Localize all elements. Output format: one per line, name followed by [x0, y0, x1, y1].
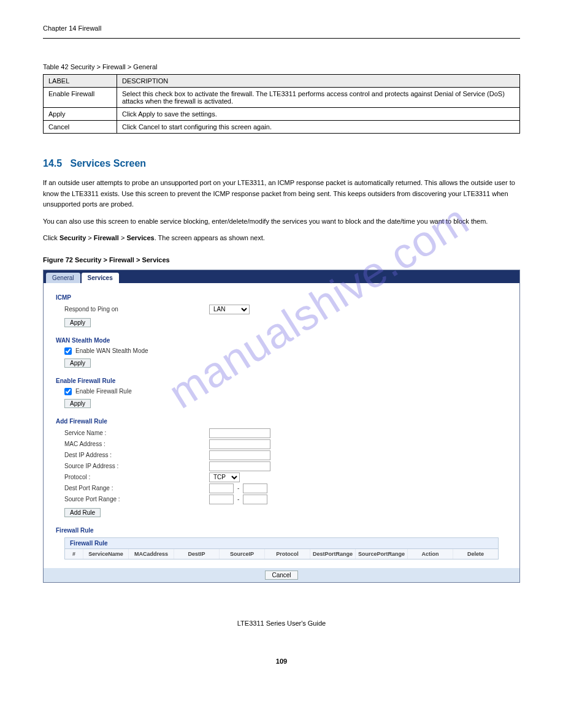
- section-number: 14.5: [43, 158, 62, 169]
- icmp-apply-button[interactable]: Apply: [64, 318, 91, 327]
- ref-cell-label: Cancel: [44, 121, 117, 134]
- service-name-label: Service Name :: [64, 430, 205, 436]
- figure-caption: Figure 72 Security > Firewall > Services: [43, 256, 520, 264]
- dest-port-to-input[interactable]: [243, 483, 267, 493]
- cancel-button[interactable]: Cancel: [265, 571, 297, 580]
- dest-port-label: Dest Port Range :: [64, 485, 205, 491]
- wan-apply-button[interactable]: Apply: [64, 358, 91, 368]
- protocol-label: Protocol :: [64, 474, 205, 480]
- table-row: Apply Click Apply to save the settings.: [44, 108, 520, 121]
- source-ip-label: Source IP Address :: [64, 463, 205, 469]
- ref-cell-desc: Click Apply to save the settings.: [117, 108, 520, 121]
- tab-general[interactable]: General: [46, 273, 80, 283]
- tab-bar: General Services: [44, 270, 519, 283]
- text-frag: >: [86, 234, 94, 241]
- ref-table-head-label: LABEL: [44, 75, 117, 88]
- tab-services[interactable]: Services: [82, 273, 119, 283]
- service-name-input[interactable]: [209, 428, 270, 438]
- text-frag: >: [119, 234, 127, 241]
- firewall-rule-table-head: # ServiceName MACaddress DestIP SourceIP…: [65, 549, 498, 559]
- col-delete: Delete: [453, 549, 498, 559]
- text-bold: Services: [126, 234, 154, 241]
- table-intro: Table 42 Security > Firewall > General: [43, 63, 520, 70]
- protocol-select[interactable]: TCP: [209, 472, 240, 482]
- section-title: Services Screen: [70, 158, 146, 169]
- col-service: ServiceName: [83, 549, 129, 559]
- firewall-rule-section-title: Firewall Rule: [56, 527, 507, 534]
- respond-ping-select[interactable]: LAN: [209, 305, 250, 314]
- source-port-to-input[interactable]: [243, 495, 267, 504]
- ref-cell-desc: Select this check box to activate the fi…: [117, 88, 520, 108]
- text-frag: Click: [43, 234, 59, 241]
- add-rule-button[interactable]: Add Rule: [64, 508, 101, 517]
- section-heading: 14.5 Services Screen: [43, 158, 520, 169]
- firewall-rule-table-title: Firewall Rule: [65, 538, 498, 549]
- reference-table: LABEL DESCRIPTION Enable Firewall Select…: [43, 74, 520, 134]
- add-rule-title: Add Firewall Rule: [56, 418, 507, 425]
- ref-cell-label: Enable Firewall: [44, 88, 117, 108]
- page-number: 109: [43, 658, 520, 665]
- enable-rule-label: Enable Firewall Rule: [75, 388, 132, 395]
- icmp-title: ICMP: [56, 294, 507, 301]
- col-destip: DestIP: [174, 549, 220, 559]
- col-sourceport: SourcePortRange: [356, 549, 408, 559]
- mac-address-input[interactable]: [209, 439, 270, 449]
- wan-stealth-title: WAN Stealth Mode: [56, 337, 507, 344]
- dest-port-from-input[interactable]: [209, 483, 234, 493]
- text-bold: Firewall: [94, 234, 119, 241]
- col-mac: MACaddress: [129, 549, 174, 559]
- ref-table-head-desc: DESCRIPTION: [117, 75, 520, 88]
- range-dash: -: [237, 496, 239, 502]
- enable-rule-checkbox[interactable]: [64, 388, 72, 395]
- wan-stealth-checkbox[interactable]: [64, 347, 72, 355]
- footer-title: LTE3311 Series User's Guide: [43, 620, 520, 627]
- section-paragraph-3: Click Security > Firewall > Services. Th…: [43, 233, 520, 244]
- dest-ip-input[interactable]: [209, 450, 270, 460]
- table-row: Cancel Click Cancel to start configuring…: [44, 121, 520, 134]
- firewall-services-panel: General Services ICMP Respond to Ping on…: [43, 270, 520, 583]
- panel-footer: Cancel: [44, 568, 519, 582]
- ref-cell-label: Apply: [44, 108, 117, 121]
- enable-rule-title: Enable Firewall Rule: [56, 377, 507, 384]
- section-paragraph-2: You can also use this screen to enable s…: [43, 216, 520, 227]
- firewall-rule-table: Firewall Rule # ServiceName MACaddress D…: [64, 537, 499, 559]
- table-row: Enable Firewall Select this check box to…: [44, 88, 520, 108]
- respond-ping-label: Respond to Ping on: [64, 306, 205, 313]
- mac-address-label: MAC Address :: [64, 441, 205, 447]
- col-num: #: [65, 549, 83, 559]
- range-dash: -: [237, 485, 239, 491]
- text-frag: . The screen appears as shown next.: [155, 234, 265, 241]
- dest-ip-label: Dest IP Address :: [64, 452, 205, 458]
- enable-rule-apply-button[interactable]: Apply: [64, 399, 91, 408]
- header-rule: [43, 38, 520, 39]
- source-ip-input[interactable]: [209, 461, 270, 471]
- col-destport: DestPortRange: [310, 549, 356, 559]
- source-port-from-input[interactable]: [209, 495, 234, 504]
- source-port-label: Source Port Range :: [64, 496, 205, 502]
- col-action: Action: [408, 549, 453, 559]
- ref-cell-desc: Click Cancel to start configuring this s…: [117, 121, 520, 134]
- col-sourceip: SourceIP: [220, 549, 265, 559]
- col-protocol: Protocol: [265, 549, 310, 559]
- text-bold: Security: [59, 234, 86, 241]
- wan-stealth-label: Enable WAN Stealth Mode: [75, 347, 148, 354]
- chapter-label: Chapter 14 Firewall: [43, 25, 101, 32]
- section-paragraph-1: If an outside user attempts to probe an …: [43, 178, 520, 210]
